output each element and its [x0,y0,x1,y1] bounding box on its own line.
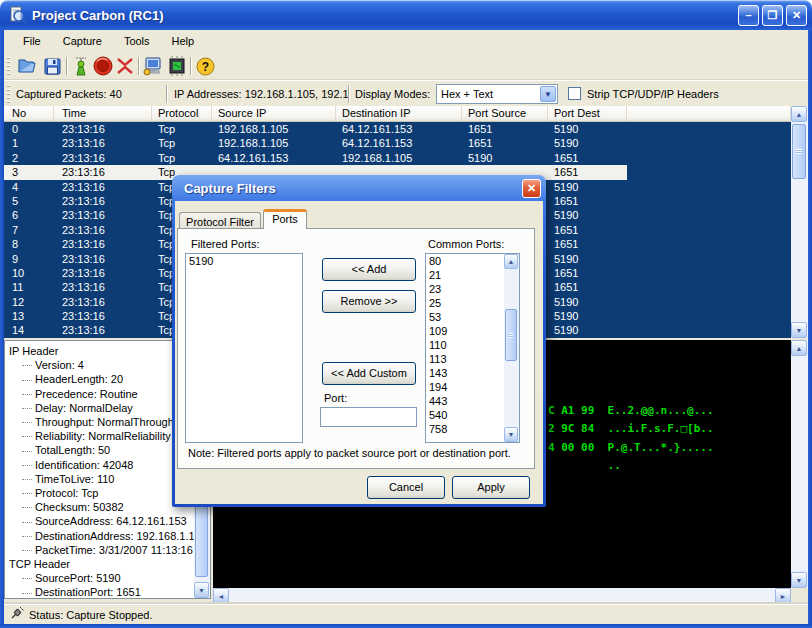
cell-source-ip: 192.168.1.105 [212,136,336,150]
tree-section-label[interactable]: IP Header [9,344,194,358]
cell-port-dest: 5190 [548,252,627,266]
display-mode-select[interactable]: Hex + Text ▼ [436,84,558,104]
stop-capture-icon[interactable] [92,55,114,77]
cancel-button[interactable]: Cancel [367,476,445,499]
common-port-item[interactable]: 109 [426,324,504,338]
packet-row[interactable]: 1 23:13:16 Tcp 192.168.1.105 64.12.161.1… [4,136,791,150]
scrollbar-thumb[interactable] [505,309,517,361]
scroll-down-icon[interactable]: ▼ [504,427,518,442]
cell-time: 23:13:16 [54,252,152,266]
dialog-title: Capture Filters [184,181,276,196]
help-icon[interactable]: ? [194,55,216,77]
maximize-button[interactable]: ❐ [762,5,783,26]
column-header-no[interactable]: No [4,106,54,121]
packet-row[interactable]: 2 23:13:16 Tcp 64.12.161.153 192.168.1.1… [4,151,791,165]
tree-item[interactable]: DestinationAddress: 192.168.1.105 [9,529,194,543]
packet-table-scrollbar[interactable]: ▲ ▼ [791,106,808,338]
tree-item[interactable]: TimeToLive: 110 [9,472,194,486]
titlebar: Project Carbon (RC1) – ❐ ✕ [0,0,812,30]
scroll-up-icon[interactable]: ▲ [791,106,807,122]
tree-item[interactable]: SourcePort: 5190 [9,571,194,585]
save-icon[interactable] [41,55,63,77]
tree-item[interactable]: SourceAddress: 64.12.161.153 [9,514,194,528]
menu-item[interactable]: Tools [113,32,161,50]
common-port-item[interactable]: 23 [426,282,504,296]
tree-item[interactable]: Precedence: Routine [9,387,194,401]
chevron-down-icon[interactable]: ▼ [540,86,556,102]
common-ports-list[interactable]: 8021232553109110113143194443540758 ▲ ▼ [425,253,520,443]
tree-item[interactable]: HeaderLength: 20 [9,372,194,386]
common-port-item[interactable]: 143 [426,366,504,380]
column-header-source-ip[interactable]: Source IP [212,106,336,121]
scroll-down-icon[interactable]: ▼ [194,582,209,598]
tree-item[interactable]: Checksum: 50382 [9,500,194,514]
close-button[interactable]: ✕ [786,5,807,26]
minimize-button[interactable]: – [738,5,759,26]
strip-headers-checkbox[interactable] [568,87,581,100]
apply-button[interactable]: Apply [452,476,530,499]
column-header-protocol[interactable]: Protocol [152,106,212,121]
menu-item[interactable]: File [12,32,52,50]
common-port-item[interactable]: 758 [426,422,504,436]
strip-headers-label[interactable]: Strip TCP/UDP/IP Headers [587,88,719,100]
scroll-right-icon[interactable]: ► [775,588,791,604]
tree-item[interactable]: TotalLength: 50 [9,443,194,457]
dialog-close-icon[interactable]: ✕ [522,179,541,198]
memory-chip-icon[interactable] [166,55,188,77]
ip-addresses-label: IP Addresses: 192.168.1.105, 192.1 [174,88,349,100]
cell-no: 12 [4,295,54,309]
common-port-item[interactable]: 110 [426,338,504,352]
network-computer-icon[interactable] [142,55,164,77]
tree-item[interactable]: Throughput: NormalThroughput [9,415,194,429]
add-button[interactable]: << Add [322,258,416,281]
common-port-item[interactable]: 25 [426,296,504,310]
open-icon[interactable] [17,55,39,77]
common-port-item[interactable]: 80 [426,254,504,268]
tree-item[interactable]: DestinationPort: 1651 [9,585,194,598]
common-port-item[interactable]: 113 [426,352,504,366]
packet-row[interactable]: 0 23:13:16 Tcp 192.168.1.105 64.12.161.1… [4,122,791,136]
hex-horizontal-scrollbar[interactable]: ◄ ► [213,588,791,604]
common-port-item[interactable]: 540 [426,408,504,422]
scroll-up-icon[interactable]: ▲ [791,340,807,356]
menu-item[interactable]: Capture [52,32,113,50]
column-header-port-source[interactable]: Port Source [462,106,548,121]
tree-item[interactable]: Protocol: Tcp [9,486,194,500]
column-header-port-dest[interactable]: Port Dest [548,106,627,121]
hex-vertical-scrollbar[interactable]: ▲ ▼ [791,340,808,588]
common-port-item[interactable]: 21 [426,268,504,282]
cell-no: 9 [4,252,54,266]
scrollbar-thumb[interactable] [792,124,806,179]
tree-item[interactable]: PacketTime: 3/31/2007 11:13:16 PM [9,543,194,557]
svg-text:?: ? [201,60,208,74]
menu-item[interactable]: Help [161,32,206,50]
add-custom-button[interactable]: << Add Custom [322,362,416,385]
port-input[interactable] [320,407,417,427]
remove-button[interactable]: Remove >> [322,290,416,313]
filtered-ports-list[interactable]: 5190 [185,253,303,443]
statusbar: Status: Capture Stopped. [4,604,808,624]
column-header-destination-ip[interactable]: Destination IP [336,106,462,121]
tree-item[interactable]: Delay: NormalDelay [9,401,194,415]
toolbar-separator [66,57,68,75]
scroll-up-icon[interactable]: ▲ [504,254,518,269]
tab-ports[interactable]: Ports [263,209,307,229]
scroll-left-icon[interactable]: ◄ [213,588,229,604]
scroll-down-icon[interactable]: ▼ [791,572,807,588]
common-port-item[interactable]: 443 [426,394,504,408]
tree-section-label[interactable]: TCP Header [9,557,194,571]
tree-item[interactable]: Identification: 42048 [9,458,194,472]
common-port-item[interactable]: 194 [426,380,504,394]
cell-no: 0 [4,122,54,136]
common-port-item[interactable]: 53 [426,310,504,324]
hex-line: .. [548,457,714,476]
common-ports-scrollbar[interactable]: ▲ ▼ [504,254,519,442]
cell-time: 23:13:16 [54,280,152,294]
start-capture-icon[interactable] [70,55,92,77]
filtered-port-item[interactable]: 5190 [186,254,302,268]
tree-item[interactable]: Version: 4 [9,358,194,372]
clear-icon[interactable] [114,55,136,77]
column-header-time[interactable]: Time [54,106,152,121]
tree-item[interactable]: Reliability: NormalReliability [9,429,194,443]
scroll-down-icon[interactable]: ▼ [791,322,807,338]
